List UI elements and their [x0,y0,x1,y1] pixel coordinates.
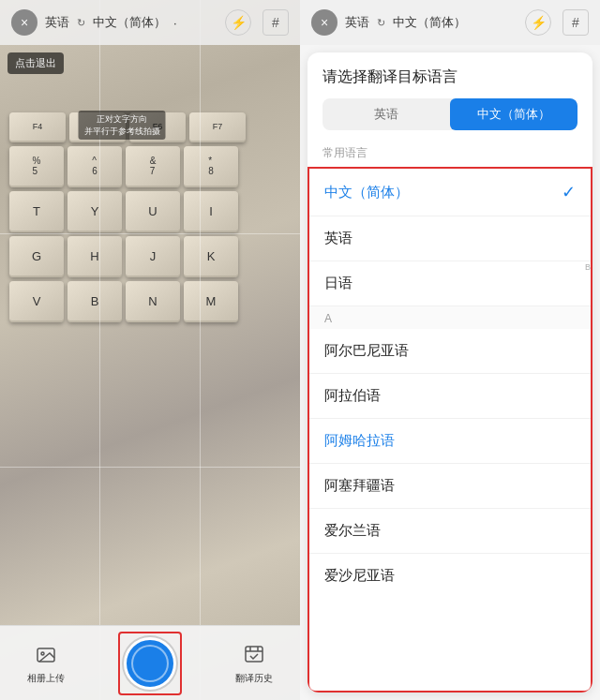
key-f4: F4 [9,112,66,142]
lang-name-albanian: 阿尔巴尼亚语 [324,342,409,360]
lang-item-albanian[interactable]: 阿尔巴尼亚语 [309,329,591,374]
album-button[interactable]: 相册上传 [27,642,65,685]
key-v: V [9,281,64,322]
align-hint-text: 正对文字方向并平行于参考线拍摄 [84,114,160,136]
hash-icon-left: # [272,15,279,30]
flash-button-left[interactable]: ⚡ [225,9,251,36]
key-6: ^6 [68,146,122,187]
lang-item-english[interactable]: 英语 [309,216,591,261]
flash-icon-right: ⚡ [531,15,547,30]
right-close-icon: × [321,15,328,30]
alpha-b: B [585,262,591,272]
check-icon: ✓ [562,182,576,202]
key-m: M [184,281,238,322]
lang-item-estonian[interactable]: 爱沙尼亚语 [309,554,591,598]
camera-view: F4 F6 F7 %5 ^6 &7 *8 T Y U I G H J K V B… [0,0,300,700]
key-f7: F7 [189,112,246,142]
target-lang-left: 中文（简体） [93,14,166,31]
history-button[interactable]: 翻译历史 [235,642,273,685]
alpha-index: B [585,262,591,272]
exit-tooltip: 点击退出 [8,52,64,74]
key-t: T [9,191,64,232]
lang-name-estonian: 爱沙尼亚语 [324,567,395,585]
target-lang-right: 中文（简体） [393,14,466,31]
lang-arrow-right: ↻ [377,17,385,29]
lang-name-english: 英语 [324,230,352,247]
album-icon [33,642,59,668]
hash-icon-right: # [572,15,579,30]
right-top-bar: × 英语 ↻ 中文（简体） ⚡ # [300,0,600,45]
lang-name-amharic: 阿姆哈拉语 [324,432,395,450]
hash-button-left[interactable]: # [262,9,289,36]
key-7: &7 [126,146,180,187]
shutter-inner [131,645,169,682]
language-tabs: 英语 中文（简体） [322,98,578,130]
common-lang-label: 常用语言 [308,141,592,167]
shutter-wrapper [118,632,182,695]
lang-name-chinese-simplified: 中文（简体） [324,184,409,201]
key-b: B [68,281,122,322]
key-n: N [126,281,180,322]
key-8: *8 [184,146,238,187]
close-icon: × [21,15,28,30]
svg-point-1 [41,652,44,655]
key-h: H [68,236,122,277]
lang-item-amharic[interactable]: 阿姆哈拉语 [309,419,591,464]
lang-name-japanese: 日语 [324,275,352,292]
lang-name-azerbaijani: 阿塞拜疆语 [324,477,395,495]
alpha-section-a: A [309,306,591,329]
flash-icon-left: ⚡ [231,15,247,30]
lang-item-irish[interactable]: 爱尔兰语 [309,509,591,554]
tab-english[interactable]: 英语 [322,98,450,130]
key-5: %5 [9,146,64,187]
language-dialog: 请选择翻译目标语言 英语 中文（简体） 常用语言 中文（简体） ✓ 英语 日语 … [308,52,592,693]
language-list[interactable]: 中文（简体） ✓ 英语 日语 A 阿尔巴尼亚语 阿拉伯语 阿姆哈拉语 阿塞拜疆语 [308,167,592,693]
left-top-bar: × 英语 ↻ 中文（简体） · ⚡ # [0,0,300,45]
history-icon [241,642,267,668]
key-y: Y [68,191,122,232]
left-bottom-bar: 相册上传 翻译历史 [0,625,300,700]
key-g: G [9,236,64,277]
right-panel: × 英语 ↻ 中文（简体） ⚡ # 请选择翻译目标语言 英语 中文（简体） 常用… [300,0,600,700]
left-close-button[interactable]: × [11,9,38,36]
hash-button-right[interactable]: # [562,9,589,36]
lang-arrow-left: ↻ [77,17,85,29]
lang-item-azerbaijani[interactable]: 阿塞拜疆语 [309,464,591,509]
tab-chinese[interactable]: 中文（简体） [450,98,578,130]
svg-rect-2 [246,647,262,662]
lang-item-arabic[interactable]: 阿拉伯语 [309,374,591,419]
align-hint: 正对文字方向并平行于参考线拍摄 [79,111,166,140]
album-label: 相册上传 [27,672,65,685]
lang-item-chinese-simplified[interactable]: 中文（简体） ✓ [309,169,591,216]
dialog-title: 请选择翻译目标语言 [308,52,592,98]
source-lang-left: 英语 [45,14,69,31]
key-u: U [126,191,180,232]
history-label: 翻译历史 [235,672,273,685]
lang-name-arabic: 阿拉伯语 [324,387,381,405]
lang-name-irish: 爱尔兰语 [324,522,381,540]
source-lang-right: 英语 [345,14,369,31]
key-k: K [184,236,238,277]
lang-item-japanese[interactable]: 日语 [309,261,591,306]
right-close-button[interactable]: × [311,9,338,36]
flash-button-right[interactable]: ⚡ [525,9,551,36]
key-j: J [126,236,180,277]
separator-left: · [173,16,177,30]
camera-shutter-button[interactable] [124,637,176,690]
key-i: I [184,191,238,232]
